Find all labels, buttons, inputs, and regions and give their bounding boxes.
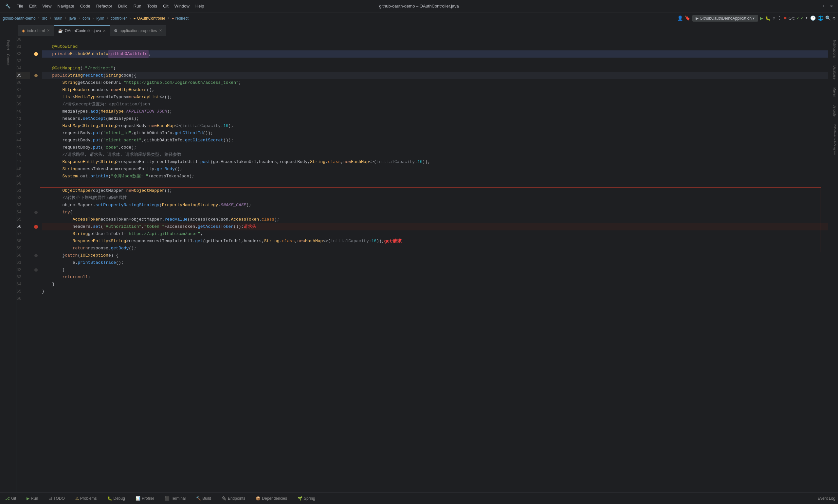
code-line-45: requestBody.put("code",code); bbox=[42, 144, 828, 151]
code-line-50 bbox=[42, 180, 828, 187]
tab-index-icon: ◆ bbox=[22, 29, 25, 33]
panel-notifications[interactable]: Notifications bbox=[832, 39, 837, 59]
bottom-tab-profiler[interactable]: 📊 Profiler bbox=[133, 492, 157, 504]
app-icon[interactable]: 🔧 bbox=[3, 2, 13, 10]
translate-button[interactable]: 🌐 bbox=[818, 15, 823, 21]
menu-window[interactable]: Window bbox=[172, 2, 192, 10]
bottom-tab-terminal[interactable]: ⬛ Terminal bbox=[162, 492, 188, 504]
spring-tab-label: Spring bbox=[304, 496, 315, 501]
problems-tab-label: Problems bbox=[80, 496, 97, 501]
tab-app-properties[interactable]: ⚙ application.properties ✕ bbox=[110, 25, 166, 36]
menu-build[interactable]: Build bbox=[115, 2, 130, 10]
tab-oauth-label: OAuthController.java bbox=[65, 29, 101, 33]
tab-index-label: index.html bbox=[27, 29, 45, 33]
code-line-57: String getUserInfoUrl = "https://api.git… bbox=[42, 230, 828, 238]
menu-edit[interactable]: Edit bbox=[26, 2, 39, 10]
code-line-31: @Autowired bbox=[42, 43, 828, 50]
vcs-icon[interactable]: 🔖 bbox=[685, 15, 690, 21]
tab-index-close[interactable]: ✕ bbox=[47, 29, 50, 33]
tab-props-label: application.properties bbox=[120, 29, 157, 33]
maximize-button[interactable]: □ bbox=[818, 2, 826, 10]
bottom-tab-spring[interactable]: 🌱 Spring bbox=[295, 492, 318, 504]
code-editor[interactable]: @Autowired private GithubOAuthInfo githu… bbox=[39, 36, 831, 492]
tab-oauth-icon: ☕ bbox=[58, 29, 63, 33]
bottom-tab-dependencies[interactable]: 📦 Dependencies bbox=[253, 492, 290, 504]
nav-sep7: › bbox=[129, 16, 131, 21]
tab-oauth-close[interactable]: ✕ bbox=[103, 29, 106, 33]
nav-com[interactable]: com bbox=[83, 16, 90, 21]
gutter bbox=[33, 36, 39, 492]
code-line-65: } bbox=[42, 288, 828, 295]
menu-navigate[interactable]: Navigate bbox=[55, 2, 76, 10]
coverage-button[interactable]: ☂ bbox=[772, 15, 775, 21]
tabs-bar: ◆ index.html ✕ ☕ OAuthController.java ✕ … bbox=[0, 24, 838, 36]
code-line-63: return null; bbox=[42, 274, 828, 281]
menu-refactor[interactable]: Refactor bbox=[94, 2, 115, 10]
tab-props-icon: ⚙ bbox=[114, 29, 118, 33]
code-line-35: public String redirect(String code){ bbox=[42, 72, 828, 79]
code-container[interactable]: 30 31 32 33 34 35 36 37 38 39 40 41 42 4… bbox=[16, 36, 831, 492]
code-line-55: AccessToken accessToken = objectMapper.r… bbox=[42, 216, 828, 223]
left-sidebar: Project Commit bbox=[0, 36, 16, 492]
bottom-tab-endpoints[interactable]: 🔌 Endpoints bbox=[219, 492, 248, 504]
bottom-tab-run[interactable]: ▶ Run bbox=[24, 492, 40, 504]
nav-src[interactable]: src bbox=[42, 16, 48, 21]
code-line-30 bbox=[42, 36, 828, 43]
sidebar-commit[interactable]: Commit bbox=[2, 53, 15, 66]
endpoints-tab-label: Endpoints bbox=[228, 496, 245, 501]
nav-kylin[interactable]: kylin bbox=[96, 16, 104, 21]
tab-oauth-controller[interactable]: ☕ OAuthController.java ✕ bbox=[54, 25, 110, 36]
run-button[interactable]: ▶ bbox=[760, 15, 763, 22]
settings-button[interactable]: ⚙ bbox=[833, 15, 835, 21]
panel-jetcode[interactable]: Jetcode bbox=[832, 104, 837, 118]
menu-view[interactable]: View bbox=[40, 2, 54, 10]
code-line-60: } catch (IOException e) { bbox=[42, 252, 828, 259]
nav-sep1: › bbox=[38, 16, 40, 21]
bottom-tab-todo[interactable]: ☑ TODO bbox=[46, 492, 67, 504]
bottom-tab-build[interactable]: 🔨 Build bbox=[194, 492, 214, 504]
code-line-59: return response.getBody(); bbox=[42, 245, 828, 252]
nav-sep5: › bbox=[92, 16, 95, 21]
terminal-tab-label: Terminal bbox=[171, 496, 185, 501]
stop-button[interactable]: ■ bbox=[784, 16, 787, 21]
nav-java[interactable]: java bbox=[69, 16, 76, 21]
git-push-button[interactable]: ⬆ bbox=[805, 15, 808, 21]
panel-bpvin[interactable]: BPVIN-Activiti-Diagram bbox=[833, 123, 837, 156]
code-line-47: ResponseEntity<String> responseEntity = … bbox=[42, 158, 828, 166]
tab-index-html[interactable]: ◆ index.html ✕ bbox=[18, 25, 54, 36]
panel-database[interactable]: Database bbox=[832, 64, 837, 81]
menu-tools[interactable]: Tools bbox=[145, 2, 160, 10]
debug-button[interactable]: 🐛 bbox=[765, 15, 770, 21]
code-line-37: HttpHeaders headers = new HttpHeaders(); bbox=[42, 86, 828, 94]
nav-controller[interactable]: controller bbox=[111, 16, 127, 21]
tab-props-close[interactable]: ✕ bbox=[159, 29, 162, 33]
menu-run[interactable]: Run bbox=[131, 2, 144, 10]
menu-file[interactable]: File bbox=[14, 2, 26, 10]
sidebar-project[interactable]: Project bbox=[2, 39, 15, 52]
run-config-selector[interactable]: ▶ GithubOauthDemoApplication ▾ bbox=[692, 15, 758, 22]
menu-help[interactable]: Help bbox=[193, 2, 207, 10]
bottom-tab-problems[interactable]: ⚠ Problems bbox=[73, 492, 100, 504]
nav-method[interactable]: redirect bbox=[176, 16, 189, 21]
search-button[interactable]: 🔍 bbox=[825, 15, 831, 21]
minimize-button[interactable]: ─ bbox=[809, 2, 817, 10]
menu-git[interactable]: Git bbox=[160, 2, 171, 10]
git-clock[interactable]: 🕐 bbox=[810, 15, 816, 21]
nav-main[interactable]: main bbox=[54, 16, 62, 21]
nav-sep8: › bbox=[167, 16, 170, 21]
run-tab-label: Run bbox=[31, 496, 38, 501]
code-line-39: //请求accept设置为: application/json bbox=[42, 101, 828, 108]
menu-bar: 🔧 File Edit View Navigate Code Refactor … bbox=[3, 2, 207, 10]
event-log-button[interactable]: Event Log bbox=[818, 496, 835, 501]
bottom-tab-git[interactable]: ⎇ Git bbox=[3, 492, 19, 504]
code-line-62: } bbox=[42, 266, 828, 274]
menu-code[interactable]: Code bbox=[77, 2, 93, 10]
bottom-tab-debug[interactable]: 🐛 Debug bbox=[105, 492, 128, 504]
close-button[interactable]: ✕ bbox=[827, 2, 835, 10]
user-icon[interactable]: 👤 bbox=[677, 15, 683, 21]
more-run-button[interactable]: ⋮ bbox=[778, 15, 782, 21]
code-line-51: ObjectMapper objectMapper = new ObjectMa… bbox=[42, 187, 828, 194]
nav-app[interactable]: github-oauth-demo bbox=[3, 16, 36, 21]
nav-class[interactable]: OAuthController bbox=[137, 16, 165, 21]
panel-maven[interactable]: Maven bbox=[832, 86, 837, 98]
